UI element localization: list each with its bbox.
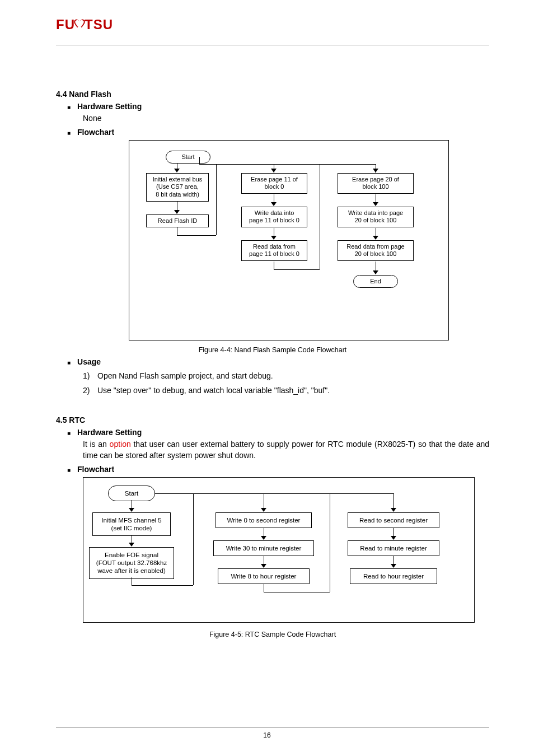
hw-setting-row: ■ Hardware Setting — [67, 102, 489, 111]
figure-caption-2: Figure 4-5: RTC Sample Code Flowchart — [56, 631, 489, 638]
flow-w8: Write 8 to hour register — [218, 568, 310, 584]
flow-w30: Write 30 to minute register — [213, 540, 314, 556]
flow-start: Start — [166, 151, 210, 164]
list-number: 2) — [83, 384, 97, 396]
flow-write0: Write data into page 11 of block 0 — [241, 207, 307, 228]
footer-rule — [56, 727, 489, 728]
bullet-icon: ■ — [67, 130, 71, 136]
flow-init: Initial external bus (Use CS7 area, 8 bi… — [146, 173, 209, 202]
hw-text-post: that user can user external battery to s… — [83, 440, 489, 460]
flow-rmin: Read to minute register — [348, 540, 439, 556]
bullet-icon: ■ — [67, 360, 71, 366]
flowchart-rtc: Start Initial MFS channel 5 (set IIC mod… — [83, 477, 475, 623]
usage-item: Use "step over" to debug, and watch loca… — [97, 384, 330, 396]
hw-setting-label: Hardware Setting — [77, 428, 142, 437]
hw-setting-row: ■ Hardware Setting — [67, 428, 489, 437]
bullet-icon: ■ — [67, 430, 71, 436]
flowchart-row: ■ Flowchart — [67, 465, 489, 474]
flow-init: Initial MFS channel 5 (set IIC mode) — [92, 512, 171, 536]
section-nand-flash: 4.4 Nand Flash ■ Hardware Setting None ■… — [56, 90, 489, 396]
brand-logo: FU TSU — [56, 17, 113, 32]
header-rule — [56, 45, 489, 45]
flow-end: End — [353, 275, 398, 288]
hw-setting-text: It is an option that user can user exter… — [83, 439, 489, 461]
figure-caption-1: Figure 4-4: Nand Flash Sample Code Flowc… — [56, 346, 489, 354]
logo-text-pre: FU — [56, 17, 75, 32]
flowchart-label: Flowchart — [77, 465, 114, 474]
flowchart-label: Flowchart — [77, 128, 114, 137]
infinity-icon — [74, 19, 85, 27]
flow-write100: Write data into page 20 of block 100 — [338, 207, 414, 228]
hw-setting-value: None — [83, 113, 489, 124]
flow-rhr: Read to hour register — [350, 568, 437, 584]
flow-read100: Read data from page 20 of block 100 — [338, 240, 414, 262]
usage-list: 1)Open Nand Flash sample project, and st… — [83, 370, 489, 397]
usage-item: Open Nand Flash sample project, and star… — [97, 370, 273, 382]
hw-text-pre: It is an — [83, 440, 110, 449]
flow-foe: Enable FOE signal (FOUT output 32.768khz… — [89, 547, 174, 579]
section-heading: 4.5 RTC — [56, 416, 489, 424]
page-number: 16 — [0, 731, 534, 739]
flow-read0: Read data from page 11 of block 0 — [241, 240, 307, 262]
logo-text-post: TSU — [85, 17, 113, 32]
usage-row: ■ Usage — [67, 357, 489, 366]
bullet-icon: ■ — [67, 467, 71, 473]
section-heading: 4.4 Nand Flash — [56, 90, 489, 99]
hw-setting-label: Hardware Setting — [77, 102, 142, 111]
bullet-icon: ■ — [67, 104, 71, 110]
flowchart-row: ■ Flowchart — [67, 128, 489, 137]
flow-start: Start — [108, 486, 155, 501]
flow-readid: Read Flash ID — [146, 214, 209, 228]
flow-rsec: Read to second register — [348, 512, 439, 528]
list-number: 1) — [83, 370, 97, 382]
section-rtc: 4.5 RTC ■ Hardware Setting It is an opti… — [56, 416, 489, 638]
usage-label: Usage — [77, 357, 101, 366]
flowchart-nand: Start Initial external bus (Use CS7 area… — [129, 140, 449, 340]
flow-w0: Write 0 to second register — [216, 512, 312, 528]
hw-text-option: option — [110, 440, 131, 449]
flow-erase100: Erase page 20 of block 100 — [338, 173, 414, 194]
flow-erase0: Erase page 11 of block 0 — [241, 173, 307, 194]
